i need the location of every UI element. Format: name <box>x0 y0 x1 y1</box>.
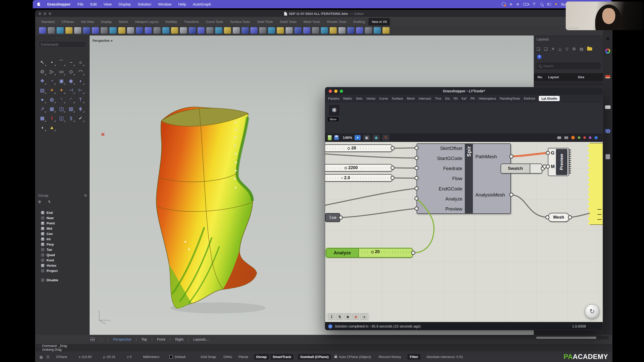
box-tool-icon[interactable] <box>57 76 66 86</box>
menu-display[interactable]: Display <box>119 2 131 6</box>
new-definition-icon[interactable] <box>328 135 332 140</box>
toolbar-icon[interactable] <box>74 27 81 34</box>
tab-right[interactable]: Right <box>175 337 183 341</box>
toolbar-icon[interactable] <box>162 27 169 34</box>
gh-menu-heteroptera[interactable]: Heteroptera <box>479 97 496 100</box>
check-tool-icon[interactable] <box>76 113 85 123</box>
bluetooth-off-icon[interactable] <box>516 3 519 6</box>
toolbar-icon[interactable] <box>286 27 293 34</box>
tab-front[interactable]: Front <box>157 337 165 341</box>
sphere-tool-icon[interactable] <box>66 76 76 86</box>
rotate-tool-icon[interactable] <box>57 104 66 113</box>
torus-tool-icon[interactable] <box>76 76 85 86</box>
toolbar-icon[interactable] <box>48 27 55 34</box>
toolbar-icon[interactable] <box>374 27 381 34</box>
osnap-tan[interactable]: Tan <box>41 247 52 252</box>
solution-info-icon[interactable]: ◷ <box>328 324 332 329</box>
cloud-download-icon[interactable] <box>564 136 568 139</box>
checkbox[interactable] <box>41 278 44 282</box>
layout-properties-icon[interactable] <box>572 47 576 51</box>
delete-layout-icon[interactable] <box>551 47 555 51</box>
toolbar-icon[interactable] <box>356 27 363 34</box>
toolbar-icon[interactable] <box>321 27 328 34</box>
gh-menu-elefront[interactable]: Elefront <box>524 97 535 100</box>
toolbar-icon[interactable] <box>338 27 346 34</box>
circle-tool-icon[interactable] <box>76 58 85 67</box>
toolbar-icon[interactable] <box>154 27 161 34</box>
tab-standard[interactable]: Standard <box>38 18 58 25</box>
toolbar-icon[interactable] <box>171 27 178 34</box>
toolbar-icon[interactable] <box>365 27 372 34</box>
menu-help[interactable]: Help <box>178 2 186 6</box>
gh-menu-ka[interactable]: Ka² <box>462 97 467 100</box>
checkbox[interactable] <box>41 216 44 220</box>
gh-menu-curve[interactable]: Curve <box>379 97 388 100</box>
rhino-title-bar[interactable]: SEP 11-07-2024 ALL ITERATIONS.3dm — Edit… <box>35 10 612 17</box>
gh-menu-rh[interactable]: Rh <box>454 97 458 100</box>
tab-set-view[interactable]: Set View <box>78 18 97 25</box>
pyramid-tool-icon[interactable] <box>47 123 57 132</box>
tab-surface-tools[interactable]: Surface Tools <box>227 18 253 25</box>
gh-menu-trns[interactable]: Trns <box>435 97 441 100</box>
status-purple-icon[interactable] <box>589 136 591 139</box>
gh-menu-intersect[interactable]: Intersect <box>419 97 431 100</box>
checkbox[interactable] <box>41 248 44 251</box>
toolbar-icon[interactable] <box>312 27 319 34</box>
checkbox[interactable] <box>41 211 44 214</box>
disable-solver-icon[interactable] <box>344 314 351 319</box>
layouts-search[interactable]: Search <box>537 63 601 69</box>
toolbar-icon[interactable] <box>101 27 108 34</box>
menu-autograph[interactable]: AutoGraph <box>193 2 211 6</box>
open-folder-icon[interactable] <box>587 47 592 51</box>
scale-tool-icon[interactable] <box>66 104 76 113</box>
toolbar-icon[interactable] <box>206 27 213 34</box>
rectangle-tool-icon[interactable] <box>57 67 66 76</box>
toolbar-icon[interactable] <box>383 27 390 34</box>
move-tool-icon[interactable] <box>37 104 47 113</box>
patch-tool-icon[interactable] <box>37 86 47 95</box>
display-color-icon[interactable] <box>605 49 610 54</box>
twist-tool-icon[interactable] <box>66 113 76 123</box>
block-tool-icon[interactable] <box>47 113 57 123</box>
toolbar-icon[interactable] <box>92 27 99 34</box>
copy-tool-icon[interactable] <box>47 104 57 113</box>
menu-solution[interactable]: Solution <box>138 2 151 6</box>
gh-menu-sets[interactable]: Sets <box>356 97 362 100</box>
toolbar-icon[interactable] <box>330 27 337 34</box>
control-center-icon[interactable] <box>547 3 551 6</box>
extract-tool-icon[interactable] <box>57 86 66 95</box>
toolbar-icon[interactable] <box>233 27 240 34</box>
minimize-icon[interactable] <box>334 90 337 93</box>
status-ortho[interactable]: Ortho <box>223 355 232 359</box>
recording-indicator-icon[interactable] <box>502 2 506 6</box>
gh-menu-surface[interactable]: Surface <box>392 97 403 100</box>
viewport-title[interactable]: Perspective <box>93 37 112 43</box>
column-size[interactable]: Size <box>578 75 599 79</box>
copy-layout-icon[interactable] <box>544 47 547 51</box>
sweep-tool-icon[interactable] <box>47 76 57 86</box>
webcam-video[interactable]: Lil Tayel <box>566 2 643 30</box>
menu-window[interactable]: Window <box>158 2 171 6</box>
toolbar-icon[interactable] <box>303 27 310 34</box>
tab-transform[interactable]: Transform <box>181 18 202 25</box>
tab-subd-tools[interactable]: SubD Tools <box>277 18 300 25</box>
boolean-union-tool-icon[interactable] <box>37 95 47 104</box>
panel-gear-icon[interactable] <box>606 36 610 41</box>
preview-mode-icon[interactable] <box>373 135 380 141</box>
notes-panel-icon[interactable] <box>605 154 610 159</box>
toolbar-icon[interactable] <box>65 27 72 34</box>
osnap-end[interactable]: End <box>41 210 53 215</box>
move-down-icon[interactable] <box>565 47 568 51</box>
status-gumball[interactable]: Gumball (CPlane) <box>298 354 331 360</box>
status-green-icon[interactable] <box>578 136 580 139</box>
command-input[interactable] <box>39 41 86 48</box>
status-record-history[interactable]: Record History <box>378 355 401 359</box>
checkbox[interactable] <box>41 243 44 246</box>
checkbox[interactable] <box>41 222 44 225</box>
fillet-tool-icon[interactable] <box>57 95 66 104</box>
history-handle[interactable]: ⋮ <box>38 345 41 348</box>
status-planar[interactable]: Planar <box>239 355 248 359</box>
toolbar-icon[interactable] <box>224 27 231 34</box>
osnap-quad[interactable]: Quad <box>41 252 55 257</box>
explode-tool-icon[interactable] <box>47 86 57 95</box>
